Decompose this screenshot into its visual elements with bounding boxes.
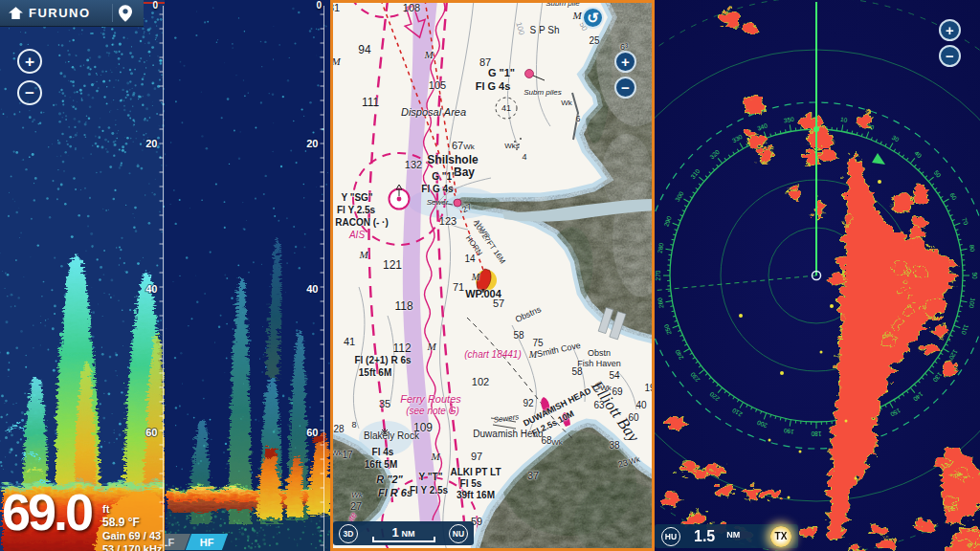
radar-range-value[interactable]: 1.5 xyxy=(694,528,715,545)
chart-scale-value: 1 xyxy=(391,525,398,540)
scale-bar xyxy=(372,540,435,542)
gain-readout: Gain 69 / 43 xyxy=(102,531,162,541)
sounder-info-block: ft 58.9 °F Gain 69 / 43 53 / 170 kHz xyxy=(102,504,162,551)
heading-ring-marker xyxy=(813,126,819,132)
sonar-zoom-in-button[interactable]: + xyxy=(17,49,42,74)
svg-text:60: 60 xyxy=(306,427,318,438)
svg-text:20: 20 xyxy=(145,138,157,149)
radar-panel[interactable]: 1020304050607080901001101201301401501601… xyxy=(655,0,980,551)
radar-zoom-in-button[interactable]: + xyxy=(939,19,961,41)
undo-button[interactable]: ↺ xyxy=(582,7,604,29)
brand-logo: FURUNO xyxy=(29,6,106,20)
mfd-screen: 204060 FURUNO + − 0 69.0 ft 58.9 °F Gain… xyxy=(0,0,980,551)
sonar-panel-lf[interactable]: 204060 FURUNO + − 0 69.0 ft 58.9 °F Gain… xyxy=(0,0,165,551)
svg-text:180: 180 xyxy=(811,430,821,437)
frequency-readout: 53 / 170 kHz xyxy=(102,544,162,551)
depth-unit: ft xyxy=(102,504,162,515)
surface-depth-label: 0 xyxy=(152,0,158,11)
radar-graphics: 1020304050607080901001101201301401501601… xyxy=(655,0,980,551)
transmit-button[interactable]: TX xyxy=(770,526,791,547)
chart-zoom-out-button[interactable]: − xyxy=(614,77,636,99)
radar-orientation-button[interactable]: HU xyxy=(661,527,680,546)
view-mode-button[interactable]: 3D xyxy=(339,524,358,543)
radar-bottom-bar: HU 1.5 NM TX xyxy=(655,524,798,548)
water-temp: 58.9 °F xyxy=(102,517,162,528)
svg-text:270: 270 xyxy=(655,270,661,280)
svg-text:60: 60 xyxy=(145,427,157,438)
sonar-hf-graphics: 204060 xyxy=(165,0,330,551)
tab-hf[interactable]: HF xyxy=(186,534,228,550)
chart-scale-unit: NM xyxy=(402,529,415,539)
sonar-panel-hf[interactable]: 204060 0 LF HF xyxy=(165,0,330,551)
radar-range-unit: NM xyxy=(726,530,740,540)
depth-readout: 69.0 xyxy=(2,486,91,538)
header-divider xyxy=(112,4,113,22)
header-bar: FURUNO xyxy=(0,0,144,27)
chart-bottom-bar: 3D 1 NM NU xyxy=(333,521,474,545)
radar-zoom-out-button[interactable]: − xyxy=(939,45,961,67)
surface-depth-label: 0 xyxy=(316,0,322,11)
svg-text:40: 40 xyxy=(145,283,157,295)
chart-panel[interactable]: 81108MSubm pileS P Sh256³94MM87G "1"Fl G… xyxy=(330,0,655,551)
chart-scale[interactable]: 1 NM xyxy=(362,525,445,542)
chart-graphics xyxy=(330,0,655,551)
svg-text:90: 90 xyxy=(971,272,978,279)
location-pin-icon[interactable] xyxy=(119,5,132,22)
chart-orientation-button[interactable]: NU xyxy=(449,524,468,543)
chart-zoom-in-button[interactable]: + xyxy=(614,51,636,73)
svg-text:40: 40 xyxy=(306,283,318,295)
sonar-zoom-out-button[interactable]: − xyxy=(17,80,42,105)
chart-canvas: 81108MSubm pileS P Sh256³94MM87G "1"Fl G… xyxy=(330,0,655,551)
svg-text:20: 20 xyxy=(306,138,318,149)
home-icon[interactable] xyxy=(8,6,24,20)
